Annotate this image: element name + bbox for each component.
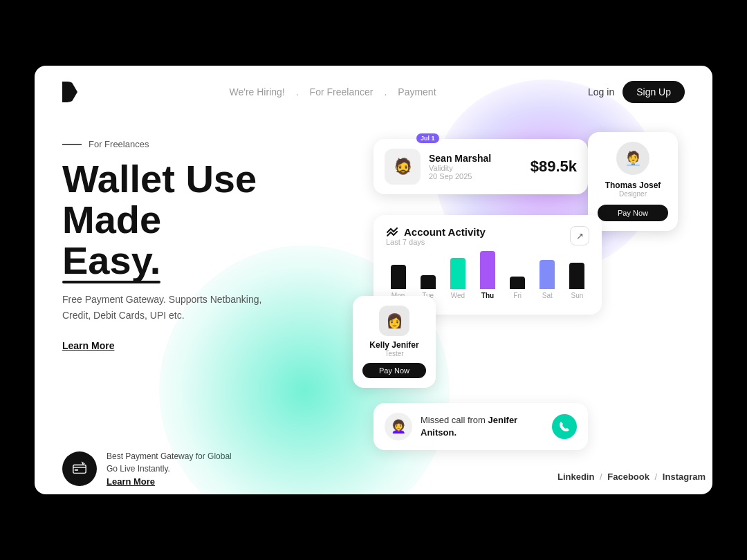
bar-day-fri: Fri [513,292,522,299]
page-wrapper: We're Hiring! . For Freelancer . Payment… [35,66,712,494]
bar-group-wed: Wed [445,258,470,299]
missed-text: Missed call from Jenifer Anitson. [421,414,544,439]
social-sep-2: / [655,472,658,482]
sean-avatar: 🧔 [385,149,421,185]
linkedin-link[interactable]: Linkedin [557,472,594,482]
activity-title-group: Account Activity Last 7 days [386,226,486,246]
bar-mon [391,265,406,289]
hero-title: Wallet Use Made Easy. [62,159,353,281]
bar-day-sat: Sat [542,292,553,299]
bar-sat [540,260,555,289]
sean-name: Sean Marshal [429,153,522,164]
bar-tue [421,275,436,289]
bars-container: MonTueWedThuFriSatSun [386,254,589,299]
facebook-link[interactable]: Facebook [607,472,649,482]
nav-link-freelancer[interactable]: For Freelancer [306,84,378,100]
sean-badge: Jul 1 [416,133,439,143]
hero-learn-more-link[interactable]: Learn More [62,340,114,351]
bar-day-sun: Sun [571,292,584,299]
sean-date: 20 Sep 2025 [429,172,522,180]
social-links: Linkedin / Facebook / Instagram [557,472,706,482]
bar-group-sun: Sun [565,263,589,299]
bar-sun [569,263,584,289]
activity-subtitle: Last 7 days [386,238,486,246]
activity-title-row: Account Activity [386,226,486,238]
nav-links: We're Hiring! . For Freelancer . Payment [223,84,441,100]
bar-group-mon: Mon [386,265,410,299]
thomas-avatar: 🧑‍💼 [616,142,649,175]
navbar: We're Hiring! . For Freelancer . Payment… [35,66,712,118]
bar-day-thu: Thu [481,292,494,299]
kelly-avatar: 👩 [379,306,409,336]
missed-text-label: Missed call from [421,415,486,425]
social-sep-1: / [600,472,602,482]
nav-separator-2: . [384,86,387,97]
thomas-name: Thomas Josef [598,180,668,190]
hero-title-line2: Easy. [62,241,160,281]
bar-fri [510,277,525,289]
nav-link-payment[interactable]: Payment [394,84,440,100]
activity-header: Account Activity Last 7 days ↗ [386,226,589,246]
nav-link-hiring[interactable]: We're Hiring! [225,84,288,100]
phone-icon [559,421,570,432]
logo-icon [62,82,77,102]
activity-expand-button[interactable]: ↗ [570,226,589,245]
hero-subtitle: Free Payment Gateway. Supports Netbankin… [62,292,284,323]
activity-title-text: Account Activity [404,226,486,238]
bar-day-wed: Wed [451,292,465,299]
bar-group-fri: Fri [506,277,530,299]
bar-group-thu: Thu [475,251,499,299]
login-button[interactable]: Log in [588,86,614,97]
card-sean: Jul 1 🧔 Sean Marshal Validity 20 Sep 202… [374,139,588,194]
right-section: Jul 1 🧔 Sean Marshal Validity 20 Sep 202… [353,125,685,485]
thomas-pay-button[interactable]: Pay Now [598,205,668,221]
bar-thu [480,251,495,289]
sean-info: Sean Marshal Validity 20 Sep 2025 [429,153,522,180]
section-label: For Freelances [62,139,353,149]
nav-actions: Log in Sign Up [588,81,685,103]
missed-avatar: 👩‍🦱 [385,413,412,440]
thomas-role: Designer [598,190,668,198]
sean-validity-label: Validity [429,164,522,172]
sean-amount: $89.5k [531,158,577,176]
main-content: For Freelances Wallet Use Made Easy. Fre… [35,118,712,494]
kelly-pay-button[interactable]: Pay Now [362,363,426,378]
kelly-name: Kelly Jenifer [362,340,426,350]
card-missed: 👩‍🦱 Missed call from Jenifer Anitson. [374,403,588,450]
bar-group-sat: Sat [535,260,560,299]
section-label-text: For Freelances [89,139,149,149]
section-label-line [62,144,82,145]
nav-separator-1: . [296,86,299,97]
activity-icon [386,227,398,238]
card-thomas: 🧑‍💼 Thomas Josef Designer Pay Now [588,132,678,231]
bar-wed [450,258,465,289]
hero-title-line1: Wallet Use Made [62,157,257,241]
card-kelly: 👩 Kelly Jenifer Tester Pay Now [353,296,436,388]
missed-call-button[interactable] [552,414,577,439]
signup-button[interactable]: Sign Up [622,81,685,103]
left-section: For Freelances Wallet Use Made Easy. Fre… [62,125,353,485]
kelly-role: Tester [362,350,426,357]
instagram-link[interactable]: Instagram [663,472,706,482]
